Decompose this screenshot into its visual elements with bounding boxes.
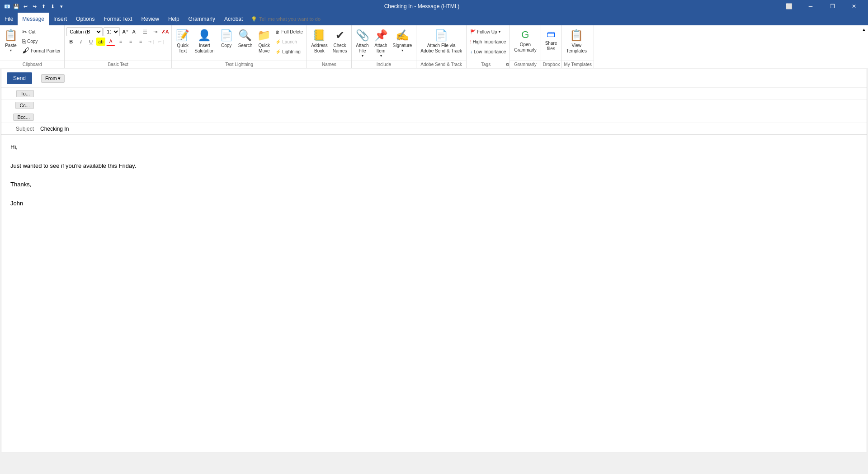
menu-format-text[interactable]: Format Text <box>99 13 137 25</box>
copy-button[interactable]: ⎘ Copy <box>20 37 62 46</box>
subject-input[interactable] <box>38 124 867 134</box>
title-bar: 📧 💾 ↩ ↪ ⬆ ⬇ ▾ Checking In - Message (HTM… <box>0 0 868 13</box>
menu-help[interactable]: Help <box>164 13 184 25</box>
to-input[interactable] <box>38 89 867 99</box>
cc-input[interactable] <box>38 100 867 110</box>
indent-decrease-button[interactable]: ←| <box>156 38 165 46</box>
follow-up-button[interactable]: 🚩 Follow Up ▾ <box>468 27 508 36</box>
menu-review[interactable]: Review <box>137 13 164 25</box>
launch-label: Launch <box>282 39 297 44</box>
align-center-button[interactable]: ≡ <box>126 38 135 46</box>
follow-up-arrow[interactable]: ▾ <box>499 30 500 34</box>
attach-item-arrow[interactable]: ▾ <box>380 54 382 58</box>
header-area: Send From ▾ To... <box>1 69 867 135</box>
my-templates-buttons: 📋 ViewTemplates <box>562 25 594 61</box>
from-input[interactable] <box>65 74 867 82</box>
body-empty-line-3 <box>10 190 858 199</box>
quick-move-label: QuickMove <box>259 43 270 54</box>
cc-label-area: Cc... <box>1 100 38 111</box>
minimize-button[interactable]: ─ <box>800 0 821 13</box>
address-book-label: AddressBook <box>311 43 328 54</box>
search-ribbon-button[interactable]: 🔍 Search <box>236 27 255 55</box>
menu-insert[interactable]: Insert <box>49 13 71 25</box>
ribbon-collapse-button[interactable]: ▲ <box>860 25 868 34</box>
basic-text-buttons: Calibri (B 11 A⁺ A⁻ ☰ ⇥ ✗A B I <box>65 25 171 61</box>
email-body[interactable]: Hi, Just wanted to see if you're availab… <box>1 135 867 452</box>
qat-down[interactable]: ⬇ <box>49 3 56 10</box>
italic-button[interactable]: I <box>76 38 85 46</box>
restore-button[interactable]: ❐ <box>822 0 843 13</box>
signature-button[interactable]: ✍ Signature ▾ <box>391 27 415 55</box>
paste-dropdown-arrow[interactable]: ▾ <box>10 48 12 52</box>
include-buttons: 📎 AttachFile ▾ 📌 AttachItem ▾ ✍ Signatur… <box>352 25 416 61</box>
attach-file-adobe-label: Attach File viaAdobe Send & Track <box>420 43 462 54</box>
copy-ribbon-button[interactable]: 📄 Copy <box>217 27 236 55</box>
share-files-button[interactable]: 🗃 Sharefiles <box>543 27 560 55</box>
grow-font-button[interactable]: A⁺ <box>121 28 130 36</box>
clipboard-buttons: 📋 Paste ▾ ✂ Cut ⎘ Copy <box>0 25 64 61</box>
cut-icon: ✂ <box>22 28 27 35</box>
clear-format-button[interactable]: ✗A <box>160 28 170 36</box>
lightning-label: Lightning <box>282 49 301 54</box>
font-family-select[interactable]: Calibri (B <box>66 27 103 36</box>
font-size-select[interactable]: 11 <box>104 27 120 36</box>
menu-file[interactable]: File <box>0 13 18 25</box>
attach-item-button[interactable]: 📌 AttachItem ▾ <box>372 27 390 60</box>
names-buttons: 📒 AddressBook ✔ CheckNames <box>307 25 351 61</box>
align-right-button[interactable]: ≡ <box>136 38 145 46</box>
low-importance-button[interactable]: ↓ Low Importance <box>468 47 508 56</box>
grammarly-buttons: G OpenGrammarly <box>510 25 540 61</box>
menu-message[interactable]: Message <box>18 13 49 25</box>
signature-arrow[interactable]: ▾ <box>401 48 403 52</box>
underline-button[interactable]: U <box>86 38 95 46</box>
shrink-font-button[interactable]: A⁻ <box>131 28 140 36</box>
check-names-button[interactable]: ✔ CheckNames <box>330 27 349 56</box>
launch-button[interactable]: ⚡ Launch <box>274 37 305 46</box>
font-color-button[interactable]: A <box>106 38 115 46</box>
indent-increase-button[interactable]: →| <box>146 38 155 46</box>
signature-icon: ✍ <box>396 29 409 42</box>
tell-me-input[interactable] <box>259 16 349 22</box>
grammarly-icon: G <box>521 29 529 41</box>
qat-more[interactable]: ▾ <box>58 3 65 10</box>
full-delete-button[interactable]: 🗑 Full Delete <box>274 27 305 36</box>
bcc-input[interactable] <box>38 112 867 122</box>
paste-button[interactable]: 📋 Paste ▾ <box>2 27 20 54</box>
align-left-button[interactable]: ≡ <box>116 38 125 46</box>
qat-up[interactable]: ⬆ <box>40 3 47 10</box>
address-book-button[interactable]: 📒 AddressBook <box>309 27 330 56</box>
insert-salutation-button[interactable]: 👤 InsertSalutation <box>192 27 217 56</box>
menu-options[interactable]: Options <box>71 13 99 25</box>
bcc-button[interactable]: Bcc... <box>13 114 34 121</box>
view-templates-button[interactable]: 📋 ViewTemplates <box>564 27 589 56</box>
open-grammarly-button[interactable]: G OpenGrammarly <box>512 27 538 55</box>
fullscreen-button[interactable]: ⬜ <box>778 0 799 13</box>
to-button[interactable]: To... <box>16 90 34 97</box>
menu-grammarly[interactable]: Grammarly <box>184 13 220 25</box>
attach-file-adobe-button[interactable]: 📄 Attach File viaAdobe Send & Track <box>418 27 464 56</box>
quick-text-button[interactable]: 📝 QuickText <box>174 27 192 56</box>
close-button[interactable]: ✕ <box>844 0 864 13</box>
indent-button[interactable]: ⇥ <box>151 28 160 36</box>
from-button[interactable]: From ▾ <box>41 74 65 83</box>
quick-move-button[interactable]: 📁 QuickMove <box>255 27 273 56</box>
format-painter-button[interactable]: 🖌 Format Painter <box>20 46 62 55</box>
lightning-button[interactable]: ⚡ Lightning <box>274 47 305 56</box>
highlight-button[interactable]: ab <box>96 38 105 46</box>
qat-redo[interactable]: ↪ <box>31 3 38 10</box>
attach-file-button[interactable]: 📎 AttachFile ▾ <box>354 27 372 60</box>
cc-button[interactable]: Cc... <box>15 102 34 109</box>
lightning-small-btns: 🗑 Full Delete ⚡ Launch ⚡ Lightning <box>274 27 305 56</box>
bold-button[interactable]: B <box>66 38 75 46</box>
check-names-label: CheckNames <box>333 43 347 54</box>
qat-save[interactable]: 💾 <box>13 3 20 10</box>
attach-file-arrow[interactable]: ▾ <box>362 54 363 58</box>
tell-me-inline[interactable]: 💡 <box>247 13 868 25</box>
list-button[interactable]: ☰ <box>141 28 150 36</box>
qat-undo[interactable]: ↩ <box>22 3 29 10</box>
tags-expand[interactable]: ⧉ <box>505 61 509 68</box>
menu-acrobat[interactable]: Acrobat <box>220 13 247 25</box>
cut-button[interactable]: ✂ Cut <box>20 27 62 36</box>
high-importance-button[interactable]: ! High Importance <box>468 37 508 46</box>
send-button[interactable]: Send <box>7 72 32 84</box>
